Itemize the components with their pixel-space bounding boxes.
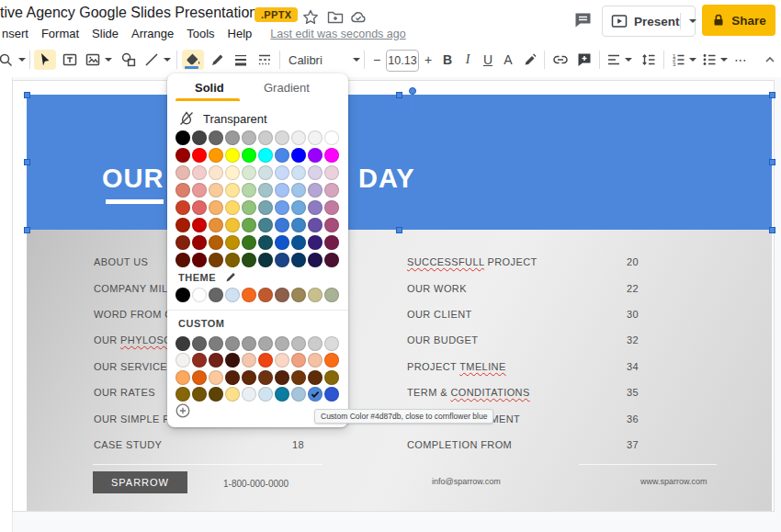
color-swatch-6d9eeb[interactable]: [275, 200, 289, 215]
color-swatch-cccccc[interactable]: [258, 130, 273, 145]
image-dropdown[interactable]: [103, 50, 114, 70]
color-swatch-990000[interactable]: [192, 235, 207, 250]
color-swatch-cc0000[interactable]: [192, 218, 207, 232]
color-swatch-ffff00[interactable]: [225, 148, 240, 163]
numbered-list-dropdown[interactable]: [687, 50, 698, 70]
footer-email[interactable]: info@sparrow.com: [432, 477, 501, 486]
color-swatch-fb6c17[interactable]: [324, 353, 339, 368]
color-swatch-999999[interactable]: [225, 130, 240, 145]
menu-item-slide[interactable]: Slide: [92, 27, 119, 40]
line-spacing-button[interactable]: [638, 50, 660, 70]
color-swatch-5e2c08[interactable]: [308, 370, 323, 385]
color-swatch-bdbdbd[interactable]: [291, 336, 306, 351]
color-swatch-f9cb9c[interactable]: [209, 183, 223, 198]
color-swatch-d9d2e9[interactable]: [308, 165, 323, 180]
insert-image-button[interactable]: [83, 50, 103, 70]
slide-header-shape[interactable]: OUR A DAY: [27, 95, 772, 230]
document-title[interactable]: tive Agency Google Slides Presentation: [0, 5, 257, 21]
color-swatch-cfe2f3[interactable]: [291, 165, 306, 180]
color-swatch-ead1dc[interactable]: [324, 165, 339, 180]
bold-button[interactable]: B: [439, 50, 456, 70]
color-swatch-741b47[interactable]: [324, 235, 339, 250]
toc-row[interactable]: OUR CLIENT30: [407, 301, 673, 327]
color-swatch-ffffff[interactable]: [324, 130, 339, 145]
insert-shape-button[interactable]: [118, 50, 140, 70]
toc-right-column[interactable]: SUCCESSFULL PROJECT20OUR WORK22OUR CLIEN…: [407, 249, 673, 458]
last-edit-link[interactable]: Last edit was seconds ago: [270, 28, 405, 40]
border-dash-button[interactable]: [254, 50, 276, 70]
color-swatch-9c8756[interactable]: [291, 288, 306, 302]
toc-row[interactable]: COMPLETION FROM37: [407, 432, 673, 458]
color-swatch-612a09[interactable]: [242, 370, 256, 385]
selection-handle[interactable]: [396, 92, 402, 98]
color-swatch-9c9c9c[interactable]: [242, 336, 256, 351]
color-swatch-f1c232[interactable]: [225, 218, 240, 232]
star-icon[interactable]: [301, 8, 320, 27]
color-swatch-ee4514[interactable]: [258, 353, 273, 368]
underline-button[interactable]: U: [480, 50, 496, 70]
color-swatch-ffffff[interactable]: [192, 288, 207, 302]
color-swatch-71201a[interactable]: [209, 353, 223, 368]
color-swatch-c9daf8[interactable]: [275, 165, 289, 180]
color-swatch-df5f0f[interactable]: [192, 370, 207, 385]
color-swatch-f0a181[interactable]: [291, 353, 306, 368]
color-swatch-e6b8af[interactable]: [175, 165, 190, 180]
color-swatch-0c7ca0[interactable]: [275, 387, 289, 402]
color-swatch-866809[interactable]: [324, 370, 339, 385]
footer-website[interactable]: www.sparrow.com: [640, 477, 707, 486]
align-dropdown[interactable]: [623, 50, 634, 70]
text-color-button[interactable]: A: [500, 50, 516, 70]
color-swatch-715408[interactable]: [192, 387, 207, 402]
toc-row[interactable]: SUCCESSFULL PROJECT20: [407, 249, 673, 275]
color-swatch-fce5cd[interactable]: [209, 165, 223, 180]
color-swatch-4a86e8[interactable]: [275, 148, 289, 163]
color-swatch-a8a8a8[interactable]: [258, 336, 273, 351]
align-button[interactable]: [605, 50, 623, 70]
color-swatch-00ffff[interactable]: [258, 148, 273, 163]
move-folder-icon[interactable]: [326, 8, 345, 27]
slide-title-right[interactable]: DAY: [358, 164, 415, 194]
color-swatch-e69138[interactable]: [209, 218, 223, 232]
slide-page[interactable]: OUR A DAY ABOUT USCOMPANY MILESWORD FROM…: [13, 81, 774, 511]
color-swatch-876609[interactable]: [175, 387, 190, 402]
color-swatch-4c1130[interactable]: [324, 253, 339, 267]
color-swatch-3c78d8[interactable]: [275, 218, 289, 232]
color-swatch-3a100a[interactable]: [225, 353, 240, 368]
cloud-saved-icon[interactable]: [349, 8, 368, 27]
color-swatch-f9d7c4[interactable]: [275, 353, 289, 368]
color-swatch-666666[interactable]: [209, 288, 223, 302]
menu-item-arrange[interactable]: Arrange: [131, 27, 174, 40]
color-swatch-20124d[interactable]: [308, 253, 323, 267]
color-swatch-980000[interactable]: [175, 148, 190, 163]
color-swatch-c8bf8e[interactable]: [308, 288, 323, 302]
menu-item-tools[interactable]: Tools: [187, 27, 214, 40]
toc-row[interactable]: OUR BUDGET32: [407, 327, 673, 353]
color-swatch-274e13[interactable]: [242, 253, 256, 267]
bulleted-list-button[interactable]: [700, 50, 719, 70]
color-swatch-d9d9d9[interactable]: [275, 130, 289, 145]
color-swatch-dbdbdb[interactable]: [324, 336, 339, 351]
edit-theme-pencil-icon[interactable]: [225, 271, 237, 283]
selection-handle[interactable]: [24, 92, 30, 98]
selection-handle[interactable]: [24, 227, 30, 233]
color-swatch-ff00ff[interactable]: [324, 148, 339, 163]
color-swatch-616161[interactable]: [192, 336, 207, 351]
color-swatch-8f8f8f[interactable]: [225, 336, 240, 351]
font-size-input[interactable]: 10.13: [386, 50, 419, 72]
toc-row[interactable]: OUR WORK22: [407, 275, 673, 300]
color-swatch-0b5394[interactable]: [291, 235, 306, 250]
color-swatch-0000ff[interactable]: [291, 148, 306, 163]
color-swatch-7f6000[interactable]: [225, 253, 240, 267]
color-swatch-dd7e6b[interactable]: [175, 183, 190, 198]
color-swatch-5e4306[interactable]: [209, 387, 223, 402]
color-swatch-ffd966[interactable]: [225, 200, 240, 215]
select-tool-button[interactable]: [34, 50, 56, 70]
toc-row[interactable]: TERM & CONDITATIONS35: [407, 379, 673, 405]
color-swatch-3d85c6[interactable]: [291, 218, 306, 232]
color-swatch-e9eff3[interactable]: [242, 387, 256, 402]
color-swatch-b0b0b0[interactable]: [275, 336, 289, 351]
more-options-button[interactable]: ⋯: [731, 50, 750, 70]
color-swatch-9fc5e8[interactable]: [291, 183, 306, 198]
color-swatch-b45f06[interactable]: [209, 235, 223, 250]
selection-handle[interactable]: [769, 227, 775, 233]
